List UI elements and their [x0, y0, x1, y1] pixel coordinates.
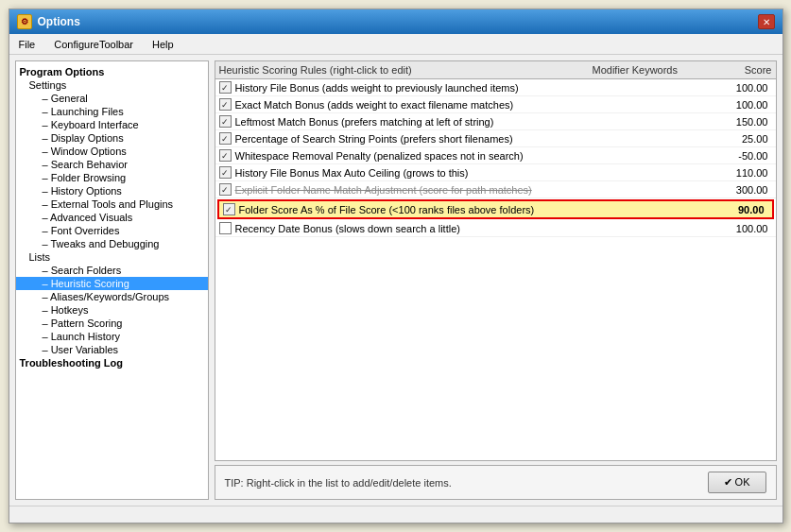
sidebar-item-search-behavior[interactable]: – Search Behavior [16, 158, 208, 171]
content-area: Program OptionsSettings– General– Launch… [9, 55, 782, 506]
close-button[interactable]: ✕ [758, 14, 775, 29]
rule-score-5: 110.00 [706, 167, 772, 179]
sidebar-item-label: – Folder Browsing [43, 172, 127, 183]
sidebar-item-label: – Advanced Visuals [43, 212, 133, 223]
rule-checkbox-6[interactable]: ✓ [219, 183, 232, 196]
rule-text-7: Folder Score As % of File Score (<100 ra… [239, 204, 589, 215]
rule-checkbox-1[interactable]: ✓ [219, 98, 232, 111]
sidebar-item-keyboard-interface[interactable]: – Keyboard Interface [16, 118, 208, 131]
sidebar-item-search-folders[interactable]: – Search Folders [16, 264, 208, 277]
rule-score-2: 150.00 [706, 116, 772, 128]
rules-header: Heuristic Scoring Rules (right-click to … [215, 61, 776, 79]
rule-score-0: 100.00 [706, 82, 772, 94]
sidebar-item-display-options[interactable]: – Display Options [16, 131, 208, 145]
rule-checkbox-0[interactable]: ✓ [219, 81, 232, 94]
rule-score-8: 100.00 [706, 223, 772, 234]
table-row[interactable]: ✓Explicit Folder Name Match Adjustment (… [215, 181, 776, 198]
sidebar-item-label: – Search Folders [43, 265, 122, 276]
sidebar: Program OptionsSettings– General– Launch… [15, 60, 209, 500]
rule-text-0: History File Bonus (adds weight to previ… [235, 82, 593, 94]
sidebar-item-label: – General [43, 93, 88, 104]
menu-bar: File ConfigureToolbar Help [9, 34, 782, 55]
rule-checkbox-2[interactable]: ✓ [219, 115, 232, 128]
rule-score-6: 300.00 [706, 184, 772, 196]
title-bar: ⚙ Options ✕ [9, 9, 782, 34]
sidebar-item-hotkeys[interactable]: – Hotkeys [16, 303, 208, 317]
table-row[interactable]: ✓Percentage of Search String Points (pre… [215, 130, 776, 147]
sidebar-item-general[interactable]: – General [16, 92, 208, 105]
col-header-score: Score [706, 64, 772, 76]
window-icon: ⚙ [17, 14, 32, 29]
sidebar-item-settings[interactable]: Settings [16, 78, 208, 92]
table-row[interactable]: ✓Whitespace Removal Penalty (penalized s… [215, 147, 776, 164]
sidebar-item-label: – Search Behavior [43, 159, 129, 170]
options-window: ⚙ Options ✕ File ConfigureToolbar Help P… [9, 9, 783, 523]
sidebar-item-label: Settings [29, 79, 67, 91]
rule-text-4: Whitespace Removal Penalty (penalized sp… [235, 150, 593, 162]
table-row[interactable]: ✓History File Bonus (adds weight to prev… [215, 79, 776, 96]
sidebar-item-external-tools-and-plugins[interactable]: – External Tools and Plugins [16, 197, 208, 211]
col-header-modifier: Modifier Keywords [593, 64, 706, 76]
table-row[interactable]: ✓Exact Match Bonus (adds weight to exact… [215, 96, 776, 113]
sidebar-item-lists[interactable]: Lists [16, 250, 208, 264]
rule-score-7: 90.00 [702, 204, 768, 215]
menu-help[interactable]: Help [146, 37, 180, 52]
rules-table-container: Heuristic Scoring Rules (right-click to … [215, 60, 777, 461]
main-panel: Heuristic Scoring Rules (right-click to … [215, 60, 777, 500]
rules-body[interactable]: ✓History File Bonus (adds weight to prev… [215, 79, 776, 460]
sidebar-item-window-options[interactable]: – Window Options [16, 145, 208, 158]
ok-button[interactable]: ✔ OK [708, 472, 766, 493]
sidebar-item-launching-files[interactable]: – Launching Files [16, 105, 208, 118]
table-row[interactable]: ✓History File Bonus Max Auto Ceiling (gr… [215, 164, 776, 181]
rule-score-1: 100.00 [706, 99, 772, 111]
sidebar-item-troubleshooting-log[interactable]: Troubleshooting Log [16, 356, 208, 369]
sidebar-item-label: – Launching Files [43, 106, 124, 117]
sidebar-item-history-options[interactable]: – History Options [16, 184, 208, 197]
menu-file[interactable]: File [13, 37, 42, 52]
sidebar-item-label: Lists [29, 251, 51, 263]
rule-checkbox-7[interactable]: ✓ [223, 203, 235, 215]
sidebar-item-label: – Hotkeys [43, 304, 89, 316]
sidebar-item-program-options[interactable]: Program Options [16, 65, 208, 78]
sidebar-item-advanced-visuals[interactable]: – Advanced Visuals [16, 211, 208, 224]
sidebar-item-label: – Aliases/Keywords/Groups [43, 291, 170, 302]
table-row[interactable]: ✓Leftmost Match Bonus (prefers matching … [215, 113, 776, 130]
sidebar-item-label: – Display Options [43, 132, 124, 144]
rule-text-2: Leftmost Match Bonus (prefers matching a… [235, 116, 593, 128]
col-header-rule: Heuristic Scoring Rules (right-click to … [219, 64, 593, 76]
sidebar-item-label: – Pattern Scoring [43, 317, 123, 329]
title-bar-left: ⚙ Options [17, 14, 80, 29]
sidebar-item-heuristic-scoring[interactable]: – Heuristic Scoring [16, 277, 208, 290]
sidebar-item-user-variables[interactable]: – User Variables [16, 343, 208, 356]
rule-checkbox-5[interactable]: ✓ [219, 166, 232, 179]
table-row[interactable]: ✓Folder Score As % of File Score (<100 r… [217, 199, 774, 219]
rule-checkbox-8[interactable] [219, 222, 232, 234]
rule-score-4: -50.00 [706, 150, 772, 162]
sidebar-item-label: – Font Overrides [43, 225, 120, 236]
sidebar-item-label: – Launch History [43, 331, 121, 342]
rule-score-3: 25.00 [706, 133, 772, 145]
sidebar-item-folder-browsing[interactable]: – Folder Browsing [16, 171, 208, 184]
sidebar-item-label: Troubleshooting Log [20, 357, 123, 369]
sidebar-item-font-overrides[interactable]: – Font Overrides [16, 224, 208, 237]
sidebar-item-label: Program Options [20, 66, 105, 77]
sidebar-item-launch-history[interactable]: – Launch History [16, 330, 208, 343]
sidebar-item-label: – Tweaks and Debugging [43, 238, 160, 249]
rule-text-6: Explicit Folder Name Match Adjustment (s… [235, 184, 593, 196]
sidebar-item-label: – User Variables [43, 344, 119, 355]
sidebar-item-aliases/keywords/groups[interactable]: – Aliases/Keywords/Groups [16, 290, 208, 303]
sidebar-item-label: – History Options [43, 185, 122, 197]
sidebar-item-label: – Heuristic Scoring [43, 278, 129, 289]
sidebar-item-tweaks-and-debugging[interactable]: – Tweaks and Debugging [16, 237, 208, 250]
rule-text-8: Recency Date Bonus (slows down search a … [235, 223, 593, 234]
status-bar [9, 506, 782, 523]
tip-text: TIP: Right-click in the list to add/edit… [225, 477, 452, 489]
rule-checkbox-3[interactable]: ✓ [219, 132, 232, 145]
title-controls: ✕ [758, 14, 775, 29]
sidebar-item-label: – Window Options [43, 146, 127, 157]
menu-configure-toolbar[interactable]: ConfigureToolbar [48, 37, 139, 52]
table-row[interactable]: Recency Date Bonus (slows down search a … [215, 220, 776, 237]
tip-bar: TIP: Right-click in the list to add/edit… [215, 465, 777, 500]
sidebar-item-pattern-scoring[interactable]: – Pattern Scoring [16, 317, 208, 330]
rule-checkbox-4[interactable]: ✓ [219, 149, 232, 162]
